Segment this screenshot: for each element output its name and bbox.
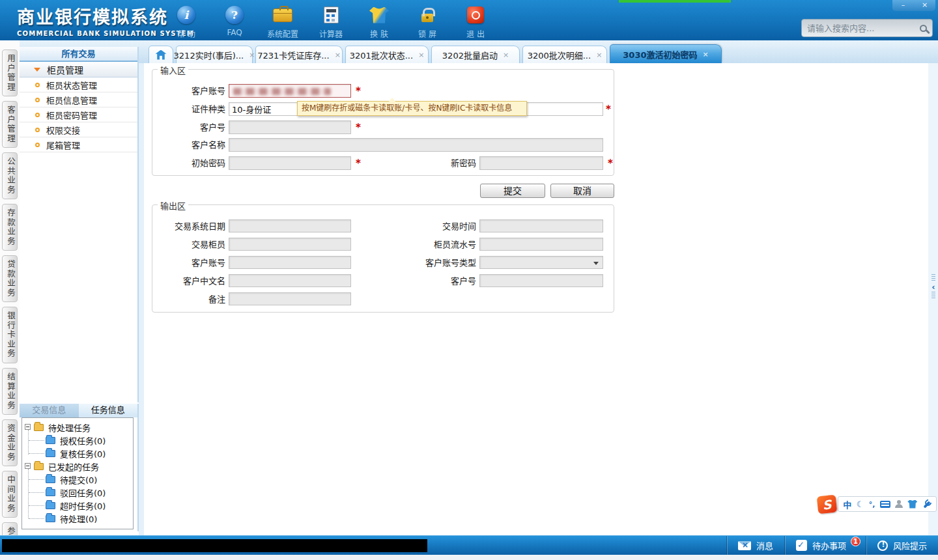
rail-tab-settlement-business[interactable]: 结算业务 [2,368,18,415]
rail-tab-deposit-business[interactable]: 存款业务 [2,204,18,251]
calculator-icon [324,7,339,23]
required-marker: * [356,84,361,99]
envelope-icon [738,541,751,550]
nav-item-teller-password[interactable]: 柜员密码管理 [20,107,137,122]
tab-close-icon[interactable]: × [249,51,255,59]
teller-seq-output [479,238,603,251]
tab-close-icon[interactable]: × [596,51,602,59]
nav-group-teller-mgmt[interactable]: 柜员管理 [20,62,137,77]
tab-close-icon[interactable]: × [503,51,509,59]
tree-item-review-tasks[interactable]: 复核任务(0) [46,447,106,460]
keyboard-icon[interactable] [880,501,890,508]
tab-trade-info[interactable]: 交易信息 [20,404,79,417]
tab-home[interactable] [149,46,173,63]
tree-stub [29,479,44,480]
tree-item-pending-tasks[interactable]: 待处理任务 [34,421,91,434]
lock-icon [421,14,433,22]
tree-item-to-submit[interactable]: 待提交(0) [46,473,97,486]
submit-button[interactable]: 提交 [480,184,545,198]
required-marker: * [608,156,613,171]
wrench-icon[interactable] [922,499,931,509]
tab-label: 3201批次状态... [350,49,413,61]
statusbar-messages[interactable]: 消息 [726,536,784,555]
toolbar-exit-button[interactable]: 退 出 [459,4,492,39]
rail-tab-intermediate-business[interactable]: 中间业务 [2,471,18,518]
statusbar-risk[interactable]: 风险提示 [866,536,938,555]
rail-tab-funds-business[interactable]: 资金业务 [2,419,18,466]
tab-7231[interactable]: 7231卡凭证库存... × [255,46,343,63]
bullet-icon [35,143,40,147]
toolbar-change-skin-button[interactable]: 换 肤 [362,4,396,39]
search-input[interactable] [807,23,920,33]
power-icon [467,7,484,23]
bullet-icon [35,83,40,87]
skin-icon[interactable] [907,500,917,509]
toolbar-system-config-button[interactable]: 系统配置 [266,4,300,39]
home-icon [156,50,167,60]
ime-chinese-mode-icon[interactable]: 中 [843,498,851,511]
init-password-input[interactable] [229,156,351,170]
tab-task-info[interactable]: 任务信息 [79,404,138,417]
module-rail: 用户管理 客户管理 公共业务 存款业务 贷款业务 银行卡业务 结算业务 资金业务… [0,40,20,535]
close-button[interactable]: × [914,0,935,11]
tab-close-icon[interactable]: × [702,50,708,59]
toolbar-faq-button[interactable]: FAQ [218,4,251,39]
tab-3030-active[interactable]: 3030激活初始密码 × [610,44,722,63]
tab-close-icon[interactable]: × [335,51,341,59]
tab-close-icon[interactable]: × [418,51,424,59]
punctuation-icon[interactable]: °, [869,500,875,509]
rail-tab-public-business[interactable]: 公共业务 [2,152,18,199]
task-panel-tabs: 交易信息 任务信息 [20,404,137,417]
nav-item-teller-status[interactable]: 柜员状态管理 [20,77,137,92]
tree-item-rejected[interactable]: 驳回任务(0) [46,486,106,499]
nav-item-teller-info[interactable]: 柜员信息管理 [20,92,137,107]
rail-tab-bankcard-business[interactable]: 银行卡业务 [2,307,18,363]
messages-label: 消息 [756,539,773,552]
app-subtitle: COMMERCIAL BANK SIMULATION SYSTEM [17,30,194,37]
tab-3201[interactable]: 3201批次状态... × [345,46,429,63]
search-box[interactable] [801,19,933,37]
customer-no-input[interactable] [229,120,351,134]
new-password-input[interactable] [479,156,603,170]
expander-icon[interactable] [25,424,31,430]
toolbar-calculator-button[interactable]: 计算器 [314,4,348,39]
tab-label: 7231卡凭证库存... [257,49,329,61]
task-info-panel: 交易信息 任务信息 待处理任务 授权任务(0) 复核任务(0) 已发起的任务 待… [20,404,139,531]
account-type-dropdown[interactable] [479,256,603,269]
minimize-button[interactable]: – [892,0,914,11]
info-icon [177,6,195,24]
rail-tab-loan-business[interactable]: 贷款业务 [2,255,18,302]
tab-3200[interactable]: 3200批次明细... × [522,46,607,63]
tree-item-to-handle[interactable]: 待处理(0) [46,512,97,525]
nav-item-authority-handover[interactable]: 权限交接 [20,122,137,137]
tab-label: 3212实时(事后)... [174,49,244,61]
nav-item-label: 尾箱管理 [46,139,80,151]
tab-3202[interactable]: 3202批量启动 × [431,46,520,63]
cancel-button[interactable]: 取消 [550,184,614,198]
nav-group-label: 柜员管理 [47,63,83,76]
task-tree: 待处理任务 授权任务(0) 复核任务(0) 已发起的任务 待提交(0) 驳回任务… [21,417,134,529]
required-marker: * [356,156,361,171]
expander-icon[interactable] [25,463,31,469]
customer-name-input[interactable] [229,138,603,152]
tree-item-auth-tasks[interactable]: 授权任务(0) [46,434,106,447]
moon-icon[interactable]: ☾ [857,499,864,509]
nav-item-cashbox-mgmt[interactable]: 尾箱管理 [20,137,137,152]
question-icon [225,6,244,24]
collapse-panel-handle[interactable]: ‹ [930,272,937,301]
tree-item-timeout[interactable]: 超时任务(0) [46,499,106,512]
toolbar-lock-screen-button[interactable]: 锁 屏 [410,4,444,39]
nav-header-all-transactions[interactable]: 所有交易 [20,47,137,62]
customer-name-label: 客户名称 [152,138,225,152]
customer-account-label: 客户账号 [152,84,225,98]
search-icon[interactable] [920,25,927,32]
customer-account-input[interactable] [229,84,351,98]
rail-tab-user-mgmt[interactable]: 用户管理 [2,49,18,96]
statusbar-todo[interactable]: 待办事项 1 [784,536,866,555]
tab-3212[interactable]: 3212实时(事后)... × [176,46,253,63]
toolbar-help-button[interactable]: 帮 助 [169,4,203,39]
person-icon[interactable] [895,500,903,508]
rail-tab-customer-mgmt[interactable]: 客户管理 [2,101,18,148]
tree-item-initiated-tasks[interactable]: 已发起的任务 [34,460,99,473]
sogou-logo-icon[interactable]: S [817,494,838,514]
